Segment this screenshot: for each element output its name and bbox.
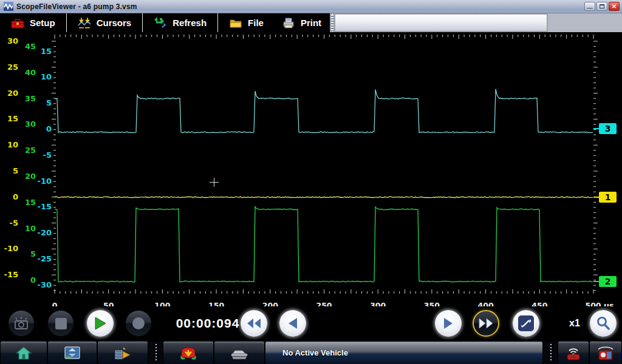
print-button[interactable]: Print	[277, 16, 326, 30]
app-icon	[4, 2, 13, 11]
list-arrow-icon	[114, 346, 131, 360]
toolbar-main: Setup Cursors	[0, 13, 330, 32]
y-axis-label-ch1: 20	[0, 89, 18, 98]
step-back-icon	[287, 317, 298, 329]
playback-time: 00:00:094	[174, 310, 242, 337]
screen-arrows-icon	[64, 346, 81, 360]
refresh-button[interactable]: Refresh	[149, 16, 211, 30]
minimize-button[interactable]: —	[584, 2, 595, 11]
status-separator	[148, 342, 163, 364]
setup-button[interactable]: Setup	[6, 16, 60, 30]
waveform-trace-ch1	[55, 197, 593, 198]
crosshair-cursor	[210, 182, 219, 183]
play-button[interactable]	[87, 310, 114, 337]
scope-plot-area[interactable]: 302520151050-5-10-1545403530252015105015…	[0, 32, 622, 306]
restore-button[interactable]	[596, 2, 607, 11]
channel-zero-tick-ch3	[593, 128, 599, 129]
y-axis-label-ch3: -30	[33, 280, 52, 289]
y-axis-label-ch3: -5	[33, 150, 52, 160]
waveform-trace-ch3	[55, 89, 593, 133]
vehicle-module-icon	[596, 345, 615, 361]
toolbar-empty-panel	[335, 14, 547, 32]
wireless-scanner-button[interactable]	[558, 342, 589, 364]
vehicle-system-button[interactable]	[214, 342, 265, 364]
status-message: No Active Vehicle	[282, 348, 348, 357]
expand-icon	[518, 315, 534, 331]
y-axis-label-ch1: -15	[0, 270, 18, 279]
channel-marker-2[interactable]: 2	[599, 276, 617, 287]
rewind-button[interactable]	[241, 310, 267, 337]
toolbox-icon	[11, 17, 24, 29]
record-button[interactable]	[125, 310, 152, 337]
y-axis-label-ch1: -10	[0, 244, 18, 253]
close-button[interactable]: ✕	[609, 2, 620, 11]
home-icon	[16, 346, 32, 360]
zoom-factor-label: x1	[562, 310, 587, 337]
channel-zero-tick-ch2	[593, 281, 599, 282]
y-axis-label-ch3: -20	[33, 228, 52, 237]
step-back-button[interactable]	[279, 310, 306, 337]
fast-forward-icon	[478, 317, 494, 329]
waveform-canvas	[0, 32, 622, 306]
expand-button[interactable]	[513, 310, 539, 337]
step-forward-icon	[443, 317, 454, 329]
channel-marker-3[interactable]: 3	[599, 123, 617, 134]
y-axis-label-ch1: -5	[0, 218, 18, 228]
fast-forward-button[interactable]	[473, 310, 499, 337]
playback-control-bar: 00:00:094	[0, 306, 622, 342]
window-title: ScopeFileViewer - a6 pump 3.vsm	[16, 2, 137, 11]
y-axis-label-ch3: 5	[33, 98, 52, 107]
cursors-button[interactable]: Cursors	[73, 16, 137, 30]
vehicle-tray-icon	[230, 346, 248, 360]
channel-zero-tick-ch1	[593, 197, 599, 198]
y-axis-label-ch3: 10	[33, 72, 52, 81]
y-axis-label-ch3: -25	[33, 254, 52, 263]
y-axis-label-ch1: 15	[0, 114, 18, 123]
step-forward-button[interactable]	[435, 310, 462, 337]
channel-marker-1[interactable]: 1	[599, 192, 617, 203]
printer-icon	[282, 17, 295, 29]
vehicle-id-button[interactable]	[163, 342, 214, 364]
home-button[interactable]	[0, 342, 47, 364]
refresh-icon	[154, 17, 167, 29]
play-icon	[94, 316, 107, 331]
app-window: ScopeFileViewer - a6 pump 3.vsm — ✕ Setu…	[0, 0, 622, 364]
status-bar: No Active Vehicle	[0, 342, 622, 364]
magnifier-icon	[595, 315, 611, 331]
y-axis-label-ch1: 25	[0, 62, 18, 72]
y-axis-label-ch1: 0	[0, 192, 18, 201]
folder-icon	[229, 17, 242, 29]
y-axis-label-ch1: 30	[0, 36, 18, 46]
y-axis-label-ch3: 0	[33, 124, 52, 133]
rewind-icon	[246, 317, 262, 329]
zoom-button[interactable]	[590, 310, 617, 337]
data-menu-button[interactable]	[97, 342, 148, 364]
cursors-icon	[78, 17, 91, 29]
status-separator	[543, 342, 558, 364]
stop-button[interactable]	[47, 310, 74, 337]
toolbar-gripper[interactable]	[331, 15, 333, 31]
y-axis-label-ch1: 10	[0, 140, 18, 149]
wireless-scanner-icon	[564, 345, 583, 361]
data-exchange-button[interactable]	[47, 342, 97, 364]
stop-icon	[55, 318, 67, 329]
y-axis-label-ch3: 15	[33, 47, 52, 56]
y-axis-label-ch1: 5	[0, 166, 18, 175]
camera-icon	[13, 317, 29, 330]
toolbar: Setup Cursors	[0, 13, 622, 32]
snapshot-button[interactable]	[8, 310, 35, 337]
title-bar: ScopeFileViewer - a6 pump 3.vsm — ✕	[0, 0, 622, 13]
y-axis-label-ch3: -10	[33, 177, 52, 186]
waveform-trace-ch2	[55, 207, 593, 282]
record-icon	[132, 317, 145, 329]
toolbar-background	[548, 13, 622, 32]
module-button[interactable]	[589, 342, 622, 364]
vehicle-top-icon	[179, 345, 197, 361]
active-vehicle-banner[interactable]: No Active Vehicle	[265, 342, 543, 364]
file-button[interactable]: File	[224, 16, 268, 30]
y-axis-label-ch3: -15	[33, 202, 52, 211]
